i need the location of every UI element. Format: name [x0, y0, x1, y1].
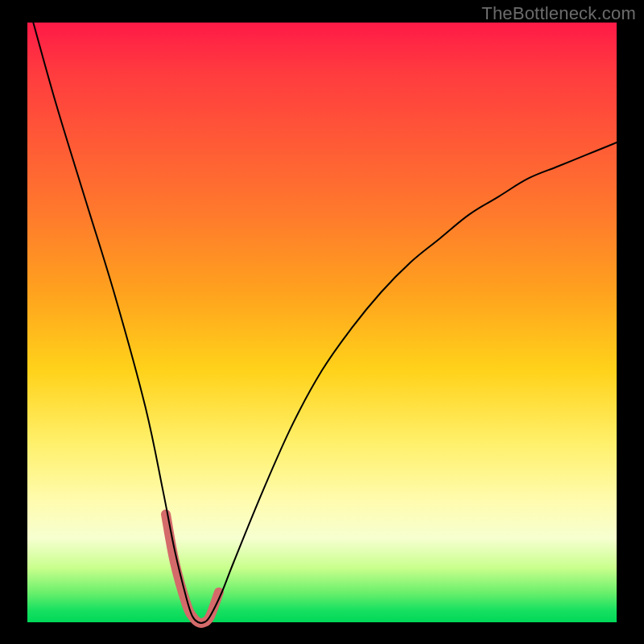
- bottleneck-curve: [33, 23, 617, 623]
- curve-layer: [27, 23, 617, 622]
- chart-frame: TheBottleneck.com: [0, 0, 644, 644]
- highlight-band: [166, 514, 219, 623]
- watermark-text: TheBottleneck.com: [481, 3, 636, 24]
- plot-area: [27, 23, 617, 622]
